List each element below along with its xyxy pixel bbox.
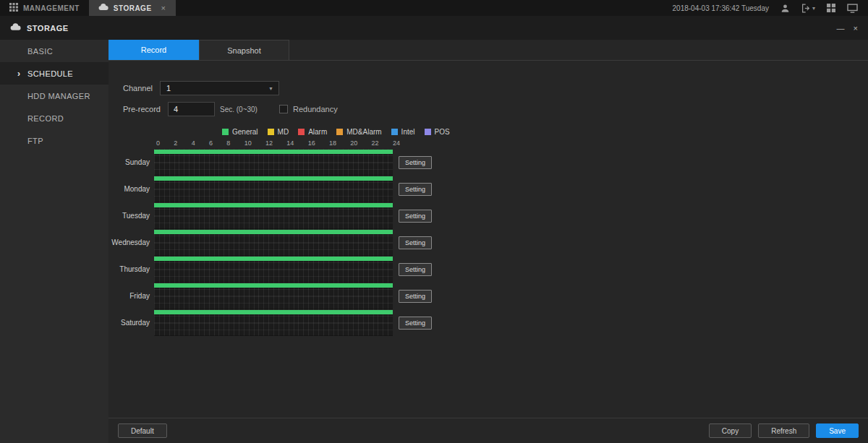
copy-button[interactable]: Copy — [709, 423, 752, 438]
schedule-band[interactable] — [154, 256, 393, 283]
storage-schedule-page: { "top_bar": { "tabs": [ { "label": "MAN… — [0, 0, 868, 443]
storage-cloud-icon — [98, 4, 109, 12]
channel-label: Channel — [123, 84, 153, 93]
legend-swatch — [391, 129, 398, 135]
hour-tick: 2 — [174, 139, 177, 147]
schedule-row-wednesday: Wednesday Setting — [109, 229, 868, 256]
layout-squares-icon[interactable] — [827, 4, 835, 12]
chevron-down-icon: ▼ — [268, 86, 273, 91]
sidebar-item-label: FTP — [27, 137, 43, 145]
schedule-band[interactable] — [154, 309, 393, 336]
day-label: Thursday — [109, 265, 154, 273]
sidebar-item-hdd-manager[interactable]: HDD MANAGER — [0, 85, 109, 107]
management-tab-label: MANAGEMENT — [23, 4, 80, 12]
content: Record Snapshot Channel 1 ▼ Pre-record S… — [109, 40, 868, 443]
minimize-icon[interactable]: — — [837, 24, 845, 33]
legend-item-alarm: Alarm — [298, 128, 327, 136]
hour-tick: 24 — [393, 139, 400, 147]
day-label: Saturday — [109, 319, 154, 327]
top-bar: MANAGEMENT STORAGE × 2018-04-03 17:36:42… — [0, 0, 868, 16]
sidebar-item-basic[interactable]: BASIC — [0, 40, 109, 62]
logout-caret-icon: ▾ — [812, 5, 815, 12]
channel-select-value: 1 — [166, 84, 171, 93]
setting-button[interactable]: Setting — [399, 156, 432, 169]
default-button[interactable]: Default — [118, 423, 167, 438]
legend-item-pos: POS — [425, 128, 450, 136]
hour-tick: 4 — [192, 139, 195, 147]
schedule-band[interactable] — [154, 202, 393, 229]
sidebar-item-label: HDD MANAGER — [27, 92, 90, 100]
legend-label: MD&Alarm — [346, 128, 381, 136]
schedule-band[interactable] — [154, 283, 393, 309]
setting-button[interactable]: Setting — [399, 290, 432, 303]
setting-button[interactable]: Setting — [399, 210, 432, 223]
user-icon[interactable] — [780, 4, 790, 13]
save-button[interactable]: Save — [816, 423, 859, 438]
legend-swatch — [336, 129, 343, 135]
redundancy-checkbox[interactable] — [279, 105, 288, 113]
setting-button[interactable]: Setting — [399, 317, 432, 330]
general-record-bar — [154, 257, 393, 261]
sidebar-item-ftp[interactable]: FTP — [0, 129, 109, 152]
storage-tab-close-icon[interactable]: × — [161, 4, 166, 12]
schedule-band[interactable] — [154, 149, 393, 176]
schedule-row-thursday: Thursday Setting — [109, 256, 868, 283]
day-label: Tuesday — [109, 212, 154, 220]
channel-select[interactable]: 1 ▼ — [160, 81, 279, 95]
prerecord-label: Pre-record — [123, 105, 161, 113]
schedule-row-saturday: Saturday Setting — [109, 309, 868, 336]
record-snapshot-tabs: Record Snapshot — [109, 40, 868, 61]
display-icon[interactable] — [847, 4, 858, 13]
general-record-bar — [154, 283, 393, 288]
prerecord-input[interactable] — [168, 102, 215, 116]
legend-label: Alarm — [308, 128, 327, 136]
schedule-row-friday: Friday Setting — [109, 283, 868, 309]
schedule-form: Channel 1 ▼ Pre-record Sec. (0~30) Redun… — [109, 61, 868, 116]
hour-axis: 0 2 4 6 8 10 12 14 16 18 20 22 24 — [156, 139, 400, 147]
schedule-band[interactable] — [154, 176, 393, 202]
prerecord-unit-label: Sec. (0~30) — [220, 106, 258, 113]
management-grid-icon — [9, 3, 18, 13]
refresh-button[interactable]: Refresh — [758, 423, 809, 438]
hour-tick: 8 — [226, 139, 230, 147]
sidebar-item-label: RECORD — [27, 114, 64, 123]
setting-button[interactable]: Setting — [399, 183, 432, 196]
legend-label: Intel — [401, 128, 415, 136]
tab-management[interactable]: MANAGEMENT — [0, 0, 89, 16]
topbar-right: 2018-04-03 17:36:42 Tuesday ▾ — [673, 0, 868, 16]
active-arrow-icon: › — [17, 69, 20, 79]
legend-item-intel: Intel — [391, 128, 415, 136]
sidebar-item-schedule[interactable]: › SCHEDULE — [0, 62, 109, 85]
weekly-schedule: 0 2 4 6 8 10 12 14 16 18 20 22 24 Sunday… — [109, 139, 868, 336]
schedule-row-sunday: Sunday Setting — [109, 149, 868, 176]
hour-tick: 18 — [329, 139, 336, 147]
day-label: Friday — [109, 292, 154, 300]
hour-tick: 14 — [286, 139, 294, 147]
tab-storage[interactable]: STORAGE × — [89, 0, 176, 16]
sidebar-item-label: SCHEDULE — [27, 69, 73, 78]
setting-button[interactable]: Setting — [399, 263, 432, 276]
logout-icon[interactable]: ▾ — [801, 4, 815, 13]
hour-tick: 22 — [372, 139, 379, 147]
sidebar: BASIC › SCHEDULE HDD MANAGER RECORD FTP — [0, 40, 109, 443]
schedule-row-monday: Monday Setting — [109, 176, 868, 202]
setting-button[interactable]: Setting — [399, 236, 432, 249]
sidebar-item-record[interactable]: RECORD — [0, 107, 109, 129]
day-label: Wednesday — [109, 238, 154, 246]
tab-record[interactable]: Record — [109, 40, 199, 60]
legend-label: General — [232, 128, 258, 136]
title-cloud-icon — [10, 23, 21, 33]
tab-snapshot[interactable]: Snapshot — [199, 40, 289, 60]
close-icon[interactable]: × — [854, 24, 858, 33]
day-label: Monday — [109, 185, 154, 193]
page-title: STORAGE — [27, 24, 69, 33]
legend-label: MD — [278, 128, 289, 136]
sidebar-item-label: BASIC — [27, 47, 53, 56]
general-record-bar — [154, 310, 393, 314]
day-label: Sunday — [109, 158, 154, 166]
legend-label: POS — [435, 128, 450, 136]
hour-tick: 16 — [308, 139, 315, 147]
schedule-band[interactable] — [154, 229, 393, 256]
general-record-bar — [154, 230, 393, 234]
hour-tick: 12 — [265, 139, 273, 147]
